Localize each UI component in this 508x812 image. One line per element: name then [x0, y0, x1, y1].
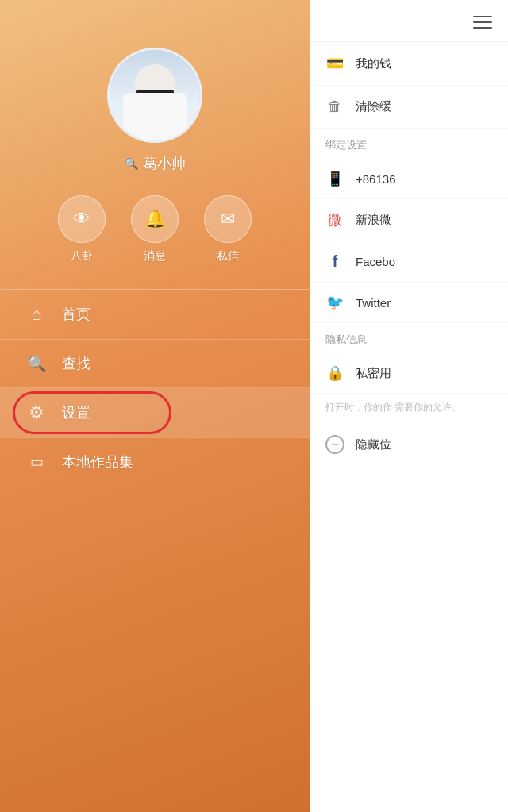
facebook-icon: f	[325, 252, 344, 271]
phone-icon: 📱	[325, 170, 344, 187]
local-icon: ▭	[25, 453, 48, 471]
wallet-item[interactable]: 💳 我的钱	[310, 42, 508, 86]
privacy-section-text: 隐私信息	[325, 333, 367, 345]
message-icon: 🔔	[131, 195, 179, 243]
weibo-icon: 微	[325, 210, 344, 229]
action-buttons: 👁 八卦 🔔 消息 ✉ 私信	[58, 195, 252, 264]
phone-label: +86136	[356, 172, 395, 186]
home-label: 首页	[62, 305, 90, 324]
wallet-label: 我的钱	[356, 56, 391, 71]
menu-items: ⌂ 首页 🔍 查找 ⚙ 设置 ▭ 本地作品集	[0, 290, 310, 486]
phone-item[interactable]: 📱 +86136	[310, 159, 508, 199]
local-label: 本地作品集	[62, 452, 133, 471]
twitter-item[interactable]: 🐦 Twitter	[310, 283, 508, 323]
minus-icon: −	[325, 435, 344, 454]
sidebar-item-settings[interactable]: ⚙ 设置	[0, 388, 310, 437]
hamburger-line-1	[473, 16, 492, 17]
facebook-label: Facebo	[356, 255, 395, 268]
avatar[interactable]	[107, 48, 202, 143]
dm-label: 私信	[217, 249, 239, 264]
message-button[interactable]: 🔔 消息	[131, 195, 179, 264]
binding-section-text: 绑定设置	[325, 139, 367, 151]
settings-label: 设置	[62, 403, 90, 422]
weibo-label: 新浪微	[356, 213, 391, 228]
message-label: 消息	[144, 249, 166, 264]
twitter-label: Twitter	[356, 296, 391, 310]
sidebar-item-home[interactable]: ⌂ 首页	[0, 290, 310, 339]
facebook-item[interactable]: f Facebo	[310, 241, 508, 283]
weibo-item[interactable]: 微 新浪微	[310, 199, 508, 241]
clear-cache-item[interactable]: 🗑 清除缓	[310, 86, 508, 129]
username-row: 🔍 葛小帅	[125, 154, 186, 173]
dm-icon: ✉	[204, 195, 252, 243]
sidebar-item-search[interactable]: 🔍 查找	[0, 340, 310, 387]
trash-icon: 🗑	[325, 98, 344, 115]
private-item[interactable]: 🔒 私密用	[310, 353, 508, 394]
hamburger-line-2	[473, 21, 492, 23]
wallet-icon: 💳	[325, 55, 344, 72]
clear-label: 清除缓	[356, 99, 391, 114]
bagua-label: 八卦	[71, 249, 93, 264]
settings-icon: ⚙	[25, 402, 48, 423]
bagua-button[interactable]: 👁 八卦	[58, 195, 106, 264]
search-label: 查找	[62, 354, 90, 373]
username-text: 葛小帅	[143, 154, 186, 173]
privacy-section-header: 隐私信息	[310, 323, 508, 353]
hamburger-button[interactable]	[473, 16, 492, 29]
binding-section-header: 绑定设置	[310, 129, 508, 159]
hide-location-item[interactable]: − 隐藏位	[310, 424, 508, 465]
verified-icon: 🔍	[125, 157, 138, 170]
sidebar-item-local[interactable]: ▭ 本地作品集	[0, 438, 310, 486]
dm-button[interactable]: ✉ 私信	[204, 195, 252, 264]
twitter-icon: 🐦	[325, 294, 344, 311]
private-label: 私密用	[356, 366, 391, 381]
privacy-description: 打开时，你的作 需要你的允许。	[310, 394, 508, 424]
hamburger-line-3	[473, 27, 492, 29]
left-panel: 🔍 葛小帅 👁 八卦 🔔 消息 ✉ 私信 ⌂ 首页 🔍 查找	[0, 0, 310, 812]
bagua-icon: 👁	[58, 195, 106, 243]
right-panel: 💳 我的钱 🗑 清除缓 绑定设置 📱 +86136 微 新浪微 f Facebo…	[310, 0, 508, 812]
privacy-desc-text: 打开时，你的作 需要你的允许。	[325, 402, 461, 413]
home-icon: ⌂	[25, 304, 48, 325]
right-header	[310, 0, 508, 42]
hide-location-label: 隐藏位	[356, 437, 391, 452]
search-icon: 🔍	[25, 354, 48, 373]
lock-icon: 🔒	[325, 364, 344, 382]
